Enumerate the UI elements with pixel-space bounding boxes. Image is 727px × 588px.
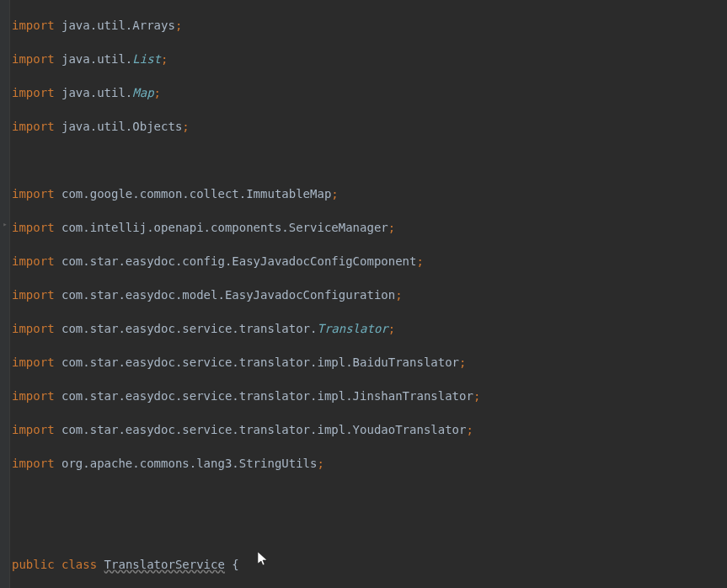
code-editor[interactable]: import java.util.Arrays; import java.uti…	[10, 0, 727, 588]
code-line: import com.star.easydoc.config.EasyJavad…	[10, 253, 727, 270]
code-line: import com.google.common.collect.Immutab…	[10, 185, 727, 202]
code-line: import java.util.List;	[10, 51, 727, 67]
gutter-fold-marker[interactable]: ▸	[0, 216, 10, 226]
gutter: ▸	[0, 0, 10, 588]
code-line: import java.util.Arrays;	[10, 17, 727, 34]
code-line: import com.star.easydoc.service.translat…	[10, 388, 727, 404]
code-line: import com.star.easydoc.service.translat…	[10, 421, 727, 438]
code-line: import org.apache.commons.lang3.StringUt…	[10, 455, 727, 472]
blank-line	[10, 522, 727, 539]
code-line: import com.star.easydoc.service.translat…	[10, 320, 727, 337]
class-declaration: public class TranslatorService {	[10, 556, 727, 573]
code-line: import com.intellij.openapi.components.S…	[10, 219, 727, 236]
code-line: import com.star.easydoc.service.translat…	[10, 354, 727, 371]
code-line: import java.util.Objects;	[10, 118, 727, 135]
blank-line	[10, 489, 727, 505]
code-line: import com.star.easydoc.model.EasyJavado…	[10, 286, 727, 303]
blank-line	[10, 152, 727, 168]
code-line: import java.util.Map;	[10, 84, 727, 101]
